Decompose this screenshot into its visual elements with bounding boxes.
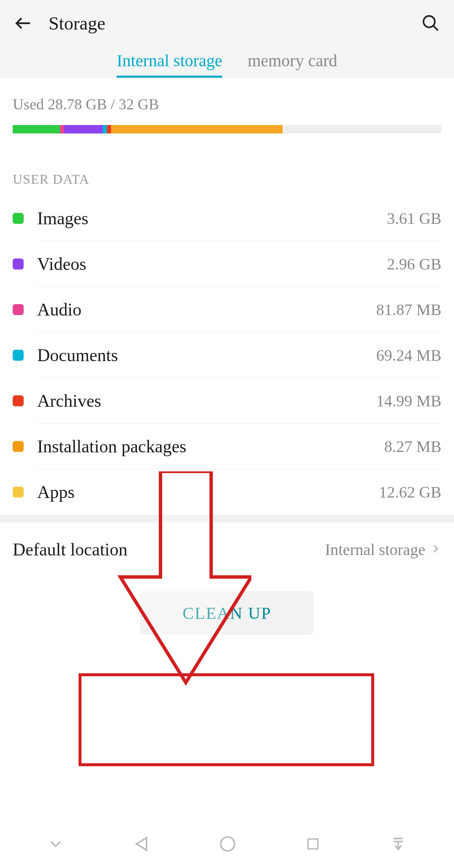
item-value: 8.27 MB [384,437,441,456]
category-color-icon [13,213,24,224]
item-value: 2.96 GB [387,255,441,273]
tabs: Internal storage memory card [0,38,454,78]
usage-segment [64,125,103,133]
back-icon[interactable] [13,13,34,34]
search-icon[interactable] [420,13,441,34]
svg-marker-3 [136,838,147,850]
list-item[interactable]: Apps12.62 GB [0,469,454,515]
item-value: 3.61 GB [387,209,441,228]
category-color-icon [13,441,24,452]
usage-segment [111,125,283,133]
chevron-right-icon [430,543,441,556]
divider [0,515,454,522]
nav-collapse-icon[interactable] [46,835,65,855]
svg-rect-5 [308,839,318,849]
tab-internal-storage[interactable]: Internal storage [117,51,222,78]
list-item[interactable]: Archives14.99 MB [0,378,454,424]
svg-point-1 [424,16,435,27]
section-header-user-data: USER DATA [0,146,454,196]
category-color-icon [13,487,24,498]
default-location-value: Internal storage [325,540,425,559]
item-label: Images [37,208,88,229]
item-label: Installation packages [37,436,186,457]
list-item[interactable]: Documents69.24 MB [0,332,454,378]
usage-bar [13,125,441,133]
category-color-icon [13,304,24,315]
user-data-list: Images3.61 GBVideos2.96 GBAudio81.87 MBD… [0,196,454,515]
nav-recent-icon[interactable] [304,835,321,854]
usage-text: Used 28.78 GB / 32 GB [13,95,441,113]
svg-point-4 [221,837,235,851]
item-value: 12.62 GB [379,483,441,501]
svg-line-2 [433,26,438,31]
category-color-icon [13,350,24,361]
item-label: Archives [37,391,101,411]
nav-home-icon[interactable] [218,835,237,855]
item-value: 69.24 MB [376,346,441,365]
item-value: 14.99 MB [376,392,441,410]
nav-back-icon[interactable] [133,835,151,855]
list-item[interactable]: Videos2.96 GB [0,241,454,287]
list-item[interactable]: Images3.61 GB [0,196,454,241]
usage-segment [107,125,111,133]
usage-segment [103,125,107,133]
cleanup-button[interactable]: CLEAN UP [140,591,313,635]
item-label: Videos [37,254,86,274]
annotation-highlight-box [79,673,374,766]
item-value: 81.87 MB [376,300,441,319]
list-item[interactable]: Audio81.87 MB [0,287,454,332]
usage-segment [13,125,60,133]
default-location-label: Default location [13,539,128,560]
category-color-icon [13,258,24,269]
nav-dropdown-icon[interactable] [389,835,408,855]
item-label: Apps [37,482,75,502]
item-label: Documents [37,345,118,365]
tab-memory-card[interactable]: memory card [247,51,337,78]
category-color-icon [13,395,24,406]
item-label: Audio [37,299,82,320]
default-location-row[interactable]: Default location Internal storage [0,522,454,577]
list-item[interactable]: Installation packages8.27 MB [0,424,454,469]
page-title: Storage [49,13,105,34]
navigation-bar [0,822,454,868]
usage-segment [60,125,64,133]
